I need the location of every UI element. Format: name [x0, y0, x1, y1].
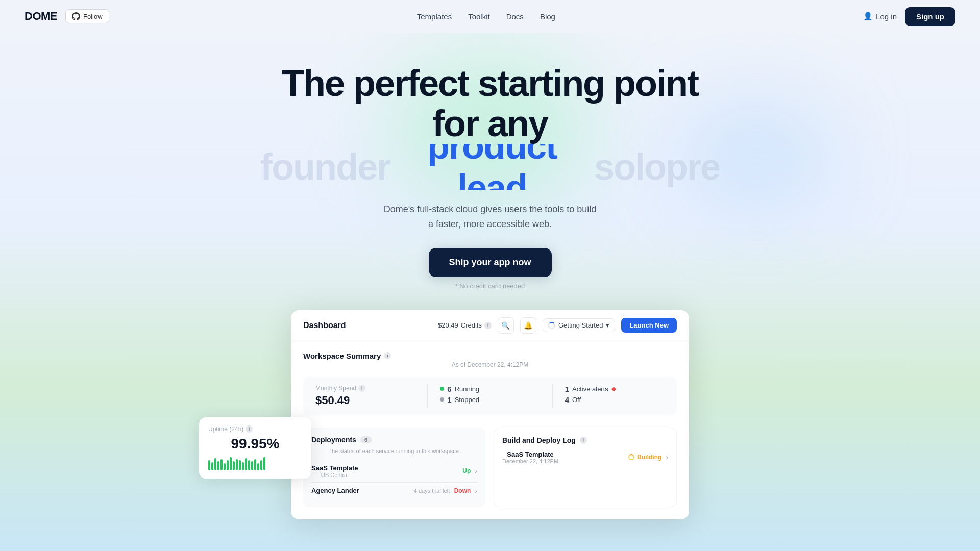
- uptime-info-icon: i: [246, 425, 253, 433]
- build-log-date-saas: December 22, 4:12PM: [502, 458, 558, 464]
- services-stat: 6 Running 1 Stopped: [428, 385, 552, 407]
- deployment-chevron-saas: ›: [475, 467, 477, 475]
- deployment-name-saas: SaaS Template: [311, 464, 358, 472]
- workspace-info-icon: i: [384, 352, 391, 359]
- uptime-value: 99.95%: [208, 436, 302, 452]
- hero-subtitle-row: founder product lead solopre: [260, 144, 720, 190]
- off-stat: 4 Off: [565, 395, 581, 404]
- workspace-summary: Workspace Summary i As of December 22, 4…: [291, 341, 689, 421]
- user-icon: 👤: [863, 12, 873, 21]
- github-icon: [72, 12, 80, 20]
- running-status-dot: [440, 387, 444, 391]
- uptime-bars: [208, 456, 302, 470]
- monthly-spend-stat: Monthly Spend i $50.49: [303, 385, 428, 407]
- build-log-title: Build and Deploy Log: [502, 436, 576, 444]
- dashboard-preview: Uptime (24h) i 99.95%: [291, 310, 689, 519]
- deployment-trial-text: 4 days trial left: [414, 488, 450, 494]
- search-button[interactable]: 🔍: [498, 317, 514, 334]
- workspace-summary-date: As of December 22, 4:12PM: [303, 361, 677, 368]
- nav-templates[interactable]: Templates: [417, 12, 452, 21]
- alerts-label: Active alerts: [572, 385, 608, 393]
- uptime-label: Uptime (24h) i: [208, 425, 302, 433]
- login-button[interactable]: 👤 Log in: [863, 12, 897, 21]
- hero-title: The perfect starting point for any: [260, 63, 720, 144]
- monthly-spend-value: $50.49: [315, 394, 350, 407]
- running-count: 6: [447, 385, 451, 393]
- deployment-row-agency: Agency Lander 4 days trial left Down ›: [311, 483, 477, 499]
- running-label: Running: [455, 385, 479, 393]
- build-status-row: Building ›: [628, 453, 668, 461]
- stopped-stat: 1 Stopped: [440, 395, 479, 404]
- deployments-desc: The status of each service running in th…: [311, 448, 477, 454]
- hero-section: The perfect starting point for any found…: [0, 33, 980, 519]
- hero-word-right: solopre: [594, 146, 720, 188]
- build-status-saas: Building: [628, 454, 662, 461]
- build-log-header: Build and Deploy Log i: [502, 436, 668, 444]
- no-cc-label: * No credit card needed: [455, 282, 525, 290]
- workspace-selector[interactable]: Getting Started ▾: [543, 318, 615, 332]
- lower-section: Deployments 6 The status of each service…: [291, 428, 689, 519]
- github-follow-button[interactable]: Follow: [65, 9, 109, 23]
- deployment-name-agency: Agency Lander: [311, 487, 359, 494]
- running-stat: 6 Running: [440, 385, 479, 393]
- spend-info-icon: i: [358, 385, 365, 392]
- nav-blog[interactable]: Blog: [540, 12, 555, 21]
- build-status-label: Building: [637, 454, 662, 461]
- credits-label: Credits: [461, 321, 482, 329]
- hero-word-center: product lead: [394, 144, 590, 190]
- deployments-header: Deployments 6: [311, 436, 477, 444]
- stopped-count: 1: [447, 395, 451, 404]
- deployment-row-saas: SaaS Template US Central Up ›: [311, 460, 477, 483]
- deployment-status-row-agency: 4 days trial left Down ›: [414, 487, 477, 495]
- credits-info-icon: i: [484, 322, 492, 329]
- deployment-info-agency: Agency Lander: [311, 487, 359, 494]
- deployments-count: 6: [360, 436, 372, 443]
- hero-word-left: founder: [260, 146, 390, 188]
- signup-button[interactable]: Sign up: [905, 7, 955, 26]
- notifications-button[interactable]: 🔔: [520, 317, 536, 334]
- deployment-chevron-agency: ›: [475, 487, 477, 495]
- launch-new-button[interactable]: Launch New: [621, 318, 677, 333]
- workspace-name: Getting Started: [558, 321, 603, 329]
- credits-badge: $20.49 Credits i: [438, 321, 492, 329]
- deployments-card: Deployments 6 The status of each service…: [303, 428, 485, 507]
- off-count: 4: [565, 395, 569, 404]
- build-log-info-saas: SaaS Template December 22, 4:12PM: [502, 450, 558, 464]
- dashboard-header-right: $20.49 Credits i 🔍 🔔 Getting Started ▾ L…: [438, 317, 677, 334]
- dashboard-title: Dashboard: [303, 321, 346, 330]
- alerts-count: 1: [565, 385, 569, 393]
- active-alerts-stat: 1 Active alerts ◆: [565, 385, 616, 393]
- nav-left: DOME Follow: [24, 9, 109, 23]
- deployment-trial-agency: 4 days trial left: [414, 488, 450, 494]
- nav-docs[interactable]: Docs: [506, 12, 524, 21]
- deployments-title: Deployments: [311, 436, 356, 444]
- stopped-label: Stopped: [455, 396, 479, 404]
- build-log-name-saas: SaaS Template: [502, 450, 558, 458]
- dashboard-header: Dashboard $20.49 Credits i 🔍 🔔 Getting S…: [291, 310, 689, 341]
- build-log-card: Build and Deploy Log i SaaS Template Dec…: [494, 428, 677, 507]
- workspace-summary-title: Workspace Summary i: [303, 352, 677, 360]
- deployment-region-saas: US Central: [311, 472, 358, 478]
- monthly-spend-label: Monthly Spend i: [315, 385, 365, 392]
- nav-toolkit[interactable]: Toolkit: [468, 12, 490, 21]
- follow-label: Follow: [83, 13, 103, 20]
- alert-diamond-icon: ◆: [611, 385, 616, 392]
- deployment-status-saas: Up: [462, 467, 471, 474]
- deployment-status-row-saas: Up ›: [462, 467, 477, 475]
- uptime-card: Uptime (24h) i 99.95%: [199, 417, 311, 479]
- deployment-info-saas: SaaS Template US Central: [311, 464, 358, 478]
- credits-amount: $20.49: [438, 321, 458, 329]
- stopped-status-dot: [440, 397, 444, 402]
- chevron-down-icon: ▾: [606, 321, 609, 329]
- build-log-row-saas: SaaS Template December 22, 4:12PM Buildi…: [502, 450, 668, 464]
- hero-description: Dome's full-stack cloud gives users the …: [384, 202, 597, 232]
- workspace-stats-row: Monthly Spend i $50.49 6 Running: [303, 377, 677, 415]
- build-spinner-icon: [628, 454, 634, 460]
- logo: DOME: [24, 10, 57, 23]
- workspace-loader-icon: [548, 322, 555, 329]
- cta-button[interactable]: Ship your app now: [429, 248, 552, 277]
- build-log-info-icon: i: [580, 437, 587, 444]
- off-label: Off: [572, 396, 581, 404]
- nav-right: 👤 Log in Sign up: [863, 7, 955, 26]
- navbar: DOME Follow Templates Toolkit Docs Blog …: [0, 0, 980, 33]
